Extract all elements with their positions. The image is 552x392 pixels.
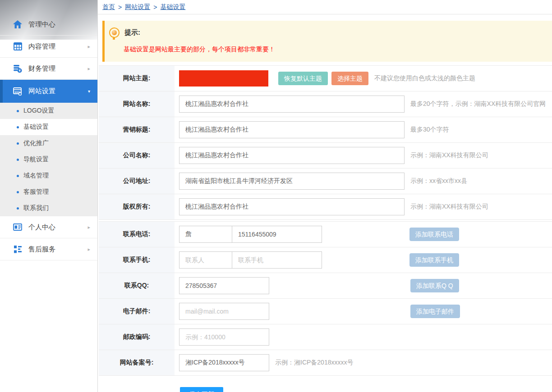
sidebar: 管理中心 内容管理 ▸ — [0, 0, 98, 392]
bullet-icon — [17, 126, 19, 128]
site-name-label: 网站名称: — [99, 91, 175, 117]
personal-icon — [13, 223, 23, 232]
icp-input[interactable] — [179, 354, 269, 371]
zip-label: 邮政编码: — [99, 324, 175, 350]
restore-default-theme-button[interactable]: 恢复默认主题 — [278, 72, 328, 85]
phone-number-input[interactable] — [232, 226, 322, 243]
bullet-icon — [17, 207, 19, 210]
admin-page: 管理中心 内容管理 ▸ — [0, 0, 552, 392]
website-icon: www — [13, 87, 23, 96]
add-qq-button[interactable]: 添加联系Q Q — [410, 279, 459, 292]
submenu-item-seo-promotion[interactable]: 优化推广 — [0, 135, 97, 151]
chevron-right-icon: ▸ — [87, 44, 90, 49]
submenu-item-contact-us[interactable]: 联系我们 — [0, 200, 97, 216]
bullet-icon — [17, 159, 19, 161]
breadcrumb-link-basic-settings[interactable]: 基础设置 — [160, 3, 185, 11]
website-settings-submenu: LOGO设置 基础设置 优化推广 导航设置 域名管理 — [0, 103, 97, 216]
form-row-qq: 联系QQ: 添加联系Q Q — [99, 273, 552, 299]
email-input[interactable] — [179, 303, 269, 320]
submenu-item-basic-settings[interactable]: 基础设置 — [0, 119, 97, 135]
zip-input[interactable] — [179, 328, 269, 346]
sidebar-item-content-management[interactable]: 内容管理 ▸ — [0, 36, 97, 58]
tip-box: 提示: 基础设置是网站最主要的部分，每个项目都非常重要！ — [102, 21, 552, 62]
add-email-button[interactable]: 添加电子邮件 — [410, 305, 460, 318]
qq-input[interactable] — [179, 277, 269, 294]
sidebar-menu: 管理中心 内容管理 ▸ — [0, 0, 97, 260]
form-row-phone: 联系电话: 添加联系电话 — [99, 221, 552, 247]
mobile-contact-input[interactable] — [179, 251, 232, 269]
add-mobile-button[interactable]: 添加联系手机 — [409, 253, 459, 267]
breadcrumb-link-website-settings[interactable]: 网站设置 — [125, 3, 150, 11]
bullet-icon — [17, 175, 19, 177]
breadcrumb: 首页 > 网站设置 > 基础设置 — [98, 0, 552, 14]
sidebar-item-label: 网站设置 — [28, 87, 88, 96]
form-row-zip: 邮政编码: — [99, 324, 552, 350]
chevron-right-icon: ▸ — [87, 225, 90, 230]
form-row-email: 电子邮件: 添加电子邮件 — [99, 299, 552, 324]
sidebar-item-website-settings[interactable]: www 网站设置 ▾ — [0, 80, 97, 103]
form-row-icp: 网站备案号: 示例：湘ICP备2018xxxxx号 — [99, 350, 552, 376]
site-name-input[interactable] — [179, 96, 405, 113]
chevron-down-icon: ▾ — [88, 89, 90, 94]
phone-input-group — [179, 226, 322, 243]
bullet-icon — [17, 142, 19, 145]
theme-color-swatch[interactable] — [179, 70, 268, 87]
copyright-input[interactable] — [179, 198, 405, 215]
icp-hint: 示例：湘ICP备2018xxxxx号 — [275, 359, 353, 367]
form-row-mobile: 联系手机: 添加联系手机 — [99, 247, 552, 273]
submenu-item-label: 联系我们 — [23, 204, 49, 212]
mobile-label: 联系手机: — [99, 247, 175, 273]
bullet-icon — [17, 110, 19, 112]
form-row-site-name: 网站名称: 最多20个字符，示例：湖南XX科技有限公司官网 — [99, 91, 552, 117]
home-icon — [13, 20, 23, 29]
lightbulb-icon — [109, 27, 120, 38]
marketing-title-hint: 最多30个字符 — [410, 126, 449, 134]
company-address-hint: 示例：xx省xx市xx县 — [410, 177, 467, 185]
tip-title: 提示: — [124, 28, 140, 37]
submenu-item-logo-settings[interactable]: LOGO设置 — [0, 103, 97, 119]
main-content: 首页 > 网站设置 > 基础设置 提示: 基础设置是网站最主要的部分，每个项目都… — [98, 0, 552, 392]
chevron-right-icon: ▸ — [87, 247, 90, 252]
submenu-item-nav-settings[interactable]: 导航设置 — [0, 151, 97, 168]
theme-label: 网站主题: — [99, 66, 175, 91]
breadcrumb-link-home[interactable]: 首页 — [102, 3, 115, 11]
submenu-item-service-management[interactable]: 客服管理 — [0, 184, 97, 200]
form-footer: 保存更新 — [99, 376, 552, 392]
sidebar-item-after-sales[interactable]: 售后服务 ▸ — [0, 238, 97, 260]
sidebar-item-admin-center[interactable]: 管理中心 — [0, 14, 97, 36]
marketing-title-input[interactable] — [179, 121, 405, 138]
sidebar-item-label: 管理中心 — [28, 20, 90, 29]
save-update-button[interactable]: 保存更新 — [180, 387, 223, 392]
sidebar-item-personal-center[interactable]: 个人中心 ▸ — [0, 216, 97, 238]
tip-header: 提示: — [109, 27, 547, 38]
company-name-label: 公司名称: — [99, 143, 175, 168]
icp-label: 网站备案号: — [99, 350, 175, 375]
submenu-item-domain-management[interactable]: 域名管理 — [0, 168, 97, 184]
submenu-item-label: 客服管理 — [23, 188, 49, 196]
chevron-right-icon: ▸ — [87, 66, 90, 71]
form-row-company-name: 公司名称: 示例：湖南XX科技有限公司 — [99, 143, 552, 169]
company-address-input[interactable] — [179, 173, 405, 190]
sidebar-item-label: 售后服务 — [28, 245, 87, 254]
form-row-theme: 网站主题: 恢复默认主题 选择主题 不建议您使用白色或太浅的颜色主题 — [99, 65, 552, 91]
choose-theme-button[interactable]: 选择主题 — [331, 72, 368, 85]
add-phone-button[interactable]: 添加联系电话 — [409, 228, 459, 241]
tip-message: 基础设置是网站最主要的部分，每个项目都非常重要！ — [124, 46, 547, 54]
submenu-item-label: 优化推广 — [23, 139, 49, 147]
sidebar-item-finance-management[interactable]: ¥ 财务管理 ▸ — [0, 58, 97, 80]
content-icon — [13, 42, 23, 51]
submenu-item-label: 导航设置 — [23, 155, 49, 164]
company-name-hint: 示例：湖南XX科技有限公司 — [410, 151, 488, 160]
phone-contact-input[interactable] — [179, 226, 232, 243]
submenu-item-label: 基础设置 — [23, 123, 49, 131]
mobile-number-input[interactable] — [232, 251, 322, 269]
copyright-hint: 示例：湖南XX科技有限公司 — [410, 203, 488, 211]
basic-settings-form: 网站主题: 恢复默认主题 选择主题 不建议您使用白色或太浅的颜色主题 网站名称:… — [99, 65, 552, 392]
theme-hint: 不建议您使用白色或太浅的颜色主题 — [374, 74, 475, 82]
company-name-input[interactable] — [179, 147, 405, 164]
site-name-hint: 最多20个字符，示例：湖南XX科技有限公司官网 — [410, 100, 546, 108]
form-row-company-address: 公司地址: 示例：xx省xx市xx县 — [99, 169, 552, 194]
submenu-item-label: 域名管理 — [23, 172, 49, 180]
sidebar-item-label: 个人中心 — [28, 223, 87, 232]
sidebar-item-label: 财务管理 — [28, 64, 87, 73]
